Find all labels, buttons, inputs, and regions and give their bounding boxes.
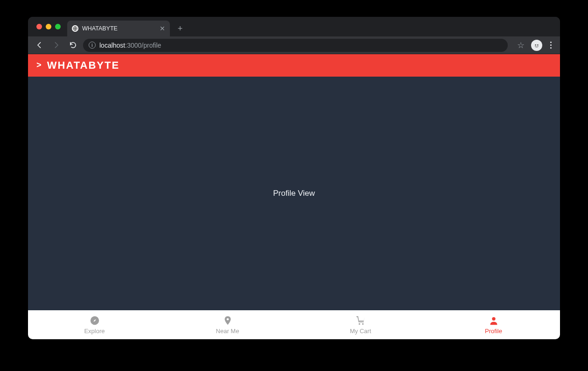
browser-menu-icon[interactable] [546,42,555,49]
nav-profile[interactable]: Profile [427,315,560,335]
nav-explore[interactable]: Explore [28,315,161,335]
app-header: > WHATABYTE [28,54,560,77]
back-button[interactable] [33,39,46,52]
nav-near-me[interactable]: Near Me [161,315,294,335]
bottom-nav: Explore Near Me My Cart Profile [28,310,560,339]
person-icon [489,315,499,326]
toolbar-right: ☆ [514,39,555,52]
nav-label: Profile [485,328,502,335]
browser-tab[interactable]: WHATABYTE ✕ [67,21,170,36]
svg-point-2 [535,44,536,46]
brand-title: WHATABYTE [47,59,119,71]
window-maximize-button[interactable] [55,24,61,29]
bookmark-star-icon[interactable]: ☆ [514,39,527,52]
profile-avatar-icon[interactable] [531,40,542,51]
svg-point-8 [492,317,495,320]
browser-tab-bar: WHATABYTE ✕ + [28,17,560,36]
browser-window: WHATABYTE ✕ + i localhost:3000/profile ☆ [28,17,560,339]
map-pin-icon [223,315,233,326]
nav-my-cart[interactable]: My Cart [294,315,427,335]
url-path: :3000/profile [125,42,161,49]
new-tab-button[interactable]: + [174,22,187,35]
site-info-icon[interactable]: i [89,42,96,49]
forward-button[interactable] [49,39,63,52]
window-controls [34,17,64,36]
svg-point-1 [533,42,540,49]
window-close-button[interactable] [36,24,42,29]
reload-button[interactable] [66,39,79,52]
svg-point-5 [226,318,229,320]
url-text: localhost:3000/profile [99,42,161,49]
page-title: Profile View [273,189,315,198]
url-host: localhost [99,42,125,49]
globe-icon [72,25,78,32]
app-root: > WHATABYTE Profile View Explore Near Me… [28,54,560,339]
svg-point-3 [537,44,539,46]
address-bar[interactable]: i localhost:3000/profile [83,39,508,52]
nav-label: My Cart [350,328,371,335]
nav-label: Near Me [216,328,239,335]
svg-point-7 [362,323,363,324]
nav-label: Explore [84,328,105,335]
window-minimize-button[interactable] [46,24,51,29]
compass-icon [90,315,100,326]
cart-icon [356,315,366,326]
browser-toolbar: i localhost:3000/profile ☆ [28,36,560,54]
brand-prompt: > [36,61,42,70]
svg-point-6 [358,323,360,324]
tab-close-icon[interactable]: ✕ [160,25,165,32]
tab-title: WHATABYTE [82,25,118,32]
app-main: Profile View [28,77,560,310]
